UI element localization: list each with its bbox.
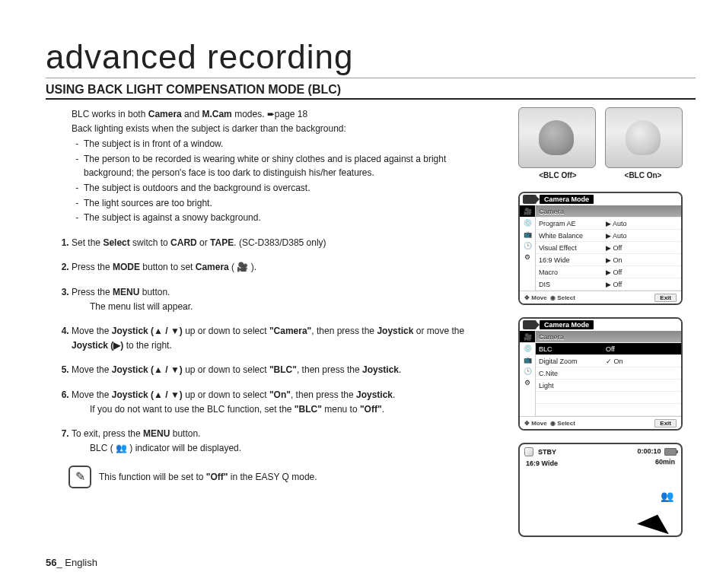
menu-header: Camera	[536, 208, 604, 215]
menu-row: Program AE▶ Auto	[536, 218, 681, 230]
intro-text: BLC works in both	[72, 109, 148, 119]
mode-label: Camera Mode	[540, 195, 594, 204]
menu-row: White Balance▶ Auto	[536, 230, 681, 242]
photo-blc-off	[518, 107, 596, 168]
photo-blc-on	[605, 107, 683, 168]
photo-label: <BLC On>	[605, 171, 681, 180]
page-footer: 56_ English	[46, 557, 97, 568]
rec-icon	[524, 447, 533, 456]
photo-label: <BLC Off>	[520, 171, 596, 180]
menu-row: C.Nite	[536, 367, 681, 380]
menu-row: Visual Effect▶ Off	[536, 242, 681, 254]
step: Set the Select switch to CARD or TAPE. (…	[72, 236, 487, 250]
menu-row	[536, 404, 681, 416]
menu-row: Digital Zoom✓ On	[536, 355, 681, 367]
foot-select: ◉ Select	[550, 294, 575, 301]
min-label: 60min	[655, 458, 675, 466]
note: ✎ This function will be set to "Off" in …	[68, 466, 487, 488]
menu-row: DIS▶ Off	[536, 278, 681, 291]
menu-row: 16:9 Wide▶ On	[536, 254, 681, 266]
play-triangle-icon	[637, 510, 673, 535]
step-list: Set the Select switch to CARD or TAPE. (…	[46, 236, 487, 456]
foot-exit: Exit	[654, 294, 677, 302]
intro-bold: Camera	[148, 109, 182, 119]
menu-row: Light	[536, 380, 681, 392]
time-label: 0:00:10	[637, 447, 661, 455]
step: Move the Joystick (▲ / ▼) up or down to …	[72, 363, 487, 377]
mode-label: Camera Mode	[540, 320, 594, 329]
menu-row: Macro▶ Off	[536, 266, 681, 278]
list-item: The subject is outdoors and the backgrou…	[84, 181, 487, 195]
menu-row-selected: BLCOff	[536, 343, 681, 355]
step: Press the MENU button.The menu list will…	[72, 285, 487, 313]
note-icon: ✎	[68, 466, 91, 488]
menu-icon-column: 🎥💿📺🕒⚙	[520, 205, 536, 291]
status-screen: STBY 0:00:10 16:9 Wide 60min 👥	[518, 443, 683, 537]
illustrations: <BLC Off> <BLC On> Camera Mode 🎥💿📺🕒⚙ Cam…	[505, 107, 696, 537]
page-title: advanced recording	[46, 38, 696, 78]
menu-header: Camera	[536, 333, 604, 341]
body-text: BLC works in both Camera and M.Cam modes…	[46, 107, 487, 537]
section-heading: USING BACK LIGHT COMPENSATION MODE (BLC)	[46, 83, 696, 100]
list-item: The light sources are too bright.	[84, 196, 487, 211]
list-item: The subject is in front of a window.	[84, 137, 487, 151]
menu-icon-column: 🎥💿📺🕒⚙	[520, 331, 536, 416]
menu-screen-1: Camera Mode 🎥💿📺🕒⚙ Camera Program AE▶ Aut…	[518, 192, 683, 305]
foot-select: ◉ Select	[550, 420, 575, 427]
bullet-list: The subject is in front of a window. The…	[46, 137, 487, 225]
battery-icon	[664, 448, 677, 456]
list-item: The subject is against a snowy backgroun…	[84, 211, 487, 225]
foot-move: ✥ Move	[524, 294, 547, 301]
blc-icon: 👥	[661, 490, 673, 502]
step: Move the Joystick (▲ / ▼) up or down to …	[72, 388, 487, 416]
camera-icon	[523, 195, 537, 204]
step: Move the Joystick (▲ / ▼) up or down to …	[72, 324, 487, 352]
camera-icon	[523, 320, 537, 329]
step: To exit, press the MENU button.BLC ( 👥 )…	[72, 427, 487, 455]
menu-screen-2: Camera Mode 🎥💿📺🕒⚙ Camera BLCOff Digital …	[518, 317, 683, 431]
wide-label: 16:9 Wide	[526, 459, 558, 467]
page-ref: page 18	[275, 109, 307, 119]
stby-label: STBY	[538, 448, 556, 456]
list-item: The person to be recorded is wearing whi…	[84, 152, 487, 180]
menu-row	[536, 392, 681, 404]
step: Press the MODE button to set Camera ( 🎥 …	[72, 260, 487, 275]
foot-move: ✥ Move	[524, 420, 547, 427]
foot-exit: Exit	[654, 419, 677, 427]
